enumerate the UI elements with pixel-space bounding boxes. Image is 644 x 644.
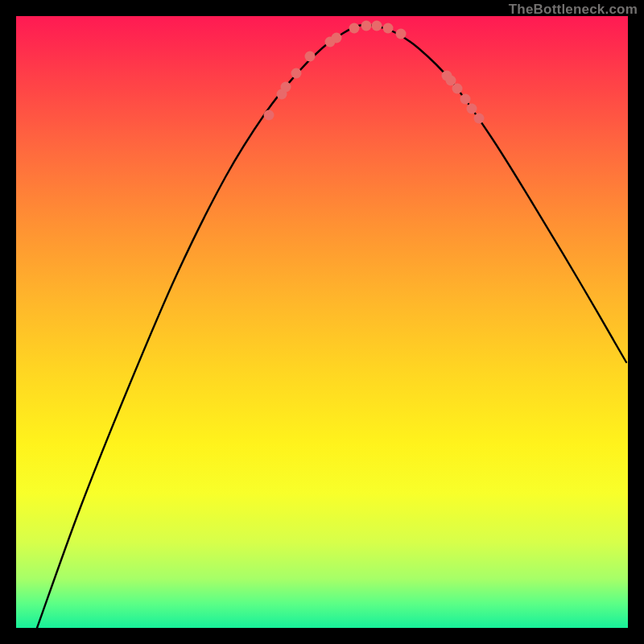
chart-svg	[16, 16, 628, 628]
bottleneck-curve	[37, 25, 626, 628]
curve-dot	[396, 29, 407, 39]
curve-dot	[305, 52, 316, 62]
curve-dot	[281, 82, 291, 93]
curve-dot	[349, 23, 360, 34]
curve-dot	[291, 68, 302, 79]
curve-dot	[460, 94, 471, 105]
curve-dot	[383, 23, 394, 34]
curve-dot	[264, 110, 275, 121]
curve-dots-group	[264, 21, 485, 124]
gradient-plot-area	[16, 16, 628, 628]
watermark-text: TheBottleneck.com	[509, 2, 638, 18]
curve-dot	[452, 84, 463, 94]
curve-dot	[474, 114, 485, 124]
curve-dot	[361, 21, 372, 31]
curve-dot	[372, 21, 382, 31]
outer-frame: TheBottleneck.com	[0, 0, 644, 644]
curve-dot	[467, 104, 477, 114]
curve-dot	[332, 33, 342, 43]
